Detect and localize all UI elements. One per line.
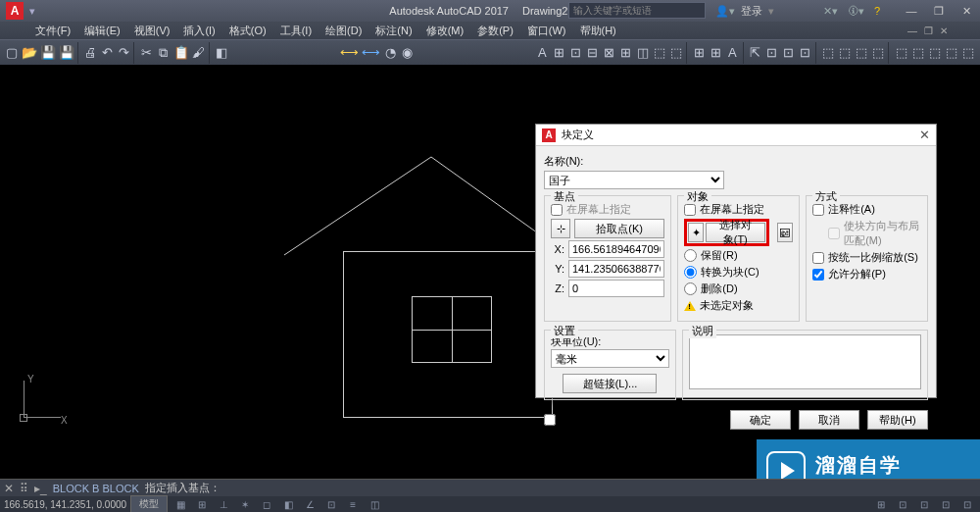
new-icon[interactable]: ▢	[4, 42, 20, 64]
allow-explode-check[interactable]	[812, 269, 824, 281]
search-input[interactable]: 输入关键字或短语	[568, 2, 706, 19]
pick-point-button[interactable]: 拾取点(K)	[574, 219, 664, 238]
copy-icon[interactable]: ⧉	[156, 42, 172, 64]
doc-close-icon[interactable]: ✕	[937, 24, 951, 37]
tool11-icon[interactable]: ◫	[635, 42, 651, 64]
convert-radio[interactable]	[684, 266, 697, 279]
status-osnap-icon[interactable]: ◻	[258, 497, 275, 511]
tool29-icon[interactable]: ⬚	[960, 42, 976, 64]
status-snap-icon[interactable]: ⊞	[193, 497, 211, 511]
tool23-icon[interactable]: ⬚	[854, 42, 869, 64]
tool14-icon[interactable]: ⊞	[691, 42, 707, 64]
status-grid-icon[interactable]: ▦	[172, 497, 189, 511]
tool5-icon[interactable]: ◉	[399, 42, 415, 64]
maximize-button[interactable]: ❐	[925, 0, 953, 22]
menu-format[interactable]: 格式(O)	[223, 24, 272, 38]
hyperlink-button[interactable]: 超链接(L)...	[563, 374, 657, 393]
saveas-icon[interactable]: 💾	[58, 42, 75, 64]
base-onscreen-check[interactable]	[551, 204, 563, 216]
tool19-icon[interactable]: ⊡	[781, 42, 797, 64]
status-r4-icon[interactable]: ⊡	[937, 497, 955, 511]
dim-icon[interactable]: ⟷	[339, 42, 360, 64]
menu-file[interactable]: 文件(F)	[29, 24, 76, 38]
pick-point-icon-button[interactable]: ⊹	[551, 219, 570, 238]
select-objects-button[interactable]: 选择对象(T)	[706, 223, 765, 242]
paste-icon[interactable]: 📋	[172, 42, 190, 64]
match-icon[interactable]: 🖌	[191, 42, 207, 64]
measure-icon[interactable]: ◔	[382, 42, 398, 64]
cut-icon[interactable]: ✂	[139, 42, 155, 64]
base-y-input[interactable]	[568, 260, 664, 278]
base-z-input[interactable]	[568, 280, 664, 297]
tool27-icon[interactable]: ⬚	[927, 42, 943, 64]
open-in-editor-check[interactable]	[544, 414, 556, 426]
status-dyn-icon[interactable]: ⊡	[322, 497, 340, 511]
tool12-icon[interactable]: ⬚	[652, 42, 667, 64]
dialog-titlebar[interactable]: A 块定义 ✕	[536, 125, 936, 146]
exchange-icon[interactable]: ✕▾	[823, 5, 838, 18]
doc-min-icon[interactable]: —	[906, 24, 919, 37]
tool16-icon[interactable]: A	[724, 42, 740, 64]
uniform-scale-check[interactable]	[812, 252, 824, 264]
qat-icon[interactable]: ▾	[29, 5, 35, 18]
menu-params[interactable]: 参数(P)	[471, 24, 519, 38]
quick-select-button[interactable]: 🗟	[777, 223, 793, 242]
app-store-icon[interactable]: 🛈▾	[848, 5, 864, 18]
doc-restore-icon[interactable]: ❐	[921, 24, 935, 37]
tool7-icon[interactable]: ⊡	[567, 42, 583, 64]
select-objects-icon-button[interactable]: ✦	[688, 223, 703, 242]
menu-help[interactable]: 帮助(H)	[574, 24, 622, 38]
plot-icon[interactable]: 🖨	[82, 42, 98, 64]
cmd-handle-icon[interactable]: ⠿	[20, 482, 28, 495]
help-button[interactable]: 帮助(H)	[867, 410, 928, 430]
tool28-icon[interactable]: ⬚	[944, 42, 959, 64]
name-select[interactable]: 国子	[544, 171, 724, 189]
menu-insert[interactable]: 插入(I)	[177, 24, 220, 38]
cmd-close-icon[interactable]: ✕	[4, 482, 14, 495]
menu-modify[interactable]: 修改(M)	[420, 24, 470, 38]
tool22-icon[interactable]: ⬚	[837, 42, 853, 64]
tool-icon[interactable]: ◧	[214, 42, 229, 64]
dim2-icon[interactable]: ⟷	[361, 42, 381, 64]
status-3dsnap-icon[interactable]: ◧	[279, 497, 297, 511]
status-lwt-icon[interactable]: ≡	[344, 497, 362, 511]
block-unit-select[interactable]: 毫米	[551, 349, 669, 368]
menu-tools[interactable]: 工具(I)	[274, 24, 318, 38]
save-icon[interactable]: 💾	[39, 42, 57, 64]
undo-icon[interactable]: ↶	[99, 42, 115, 64]
redo-icon[interactable]: ↷	[116, 42, 131, 64]
status-r3-icon[interactable]: ⊡	[915, 497, 933, 511]
dialog-close-button[interactable]: ✕	[919, 128, 930, 142]
tool25-icon[interactable]: ⬚	[894, 42, 909, 64]
tool6-icon[interactable]: ⊞	[551, 42, 566, 64]
user-icon[interactable]: 👤▾	[715, 5, 735, 18]
status-trans-icon[interactable]: ◫	[366, 497, 383, 511]
app-logo-icon[interactable]: A	[6, 2, 24, 20]
status-ortho-icon[interactable]: ⊥	[215, 497, 232, 511]
a-icon[interactable]: A	[534, 42, 550, 64]
tool21-icon[interactable]: ⬚	[820, 42, 836, 64]
status-r5-icon[interactable]: ⊡	[958, 497, 976, 511]
model-tab[interactable]: 模型	[130, 495, 168, 512]
tool18-icon[interactable]: ⊡	[764, 42, 780, 64]
delete-radio[interactable]	[684, 282, 697, 295]
obj-onscreen-check[interactable]	[684, 204, 696, 216]
help-icon[interactable]: ?	[874, 5, 880, 17]
login-link[interactable]: 登录	[741, 4, 762, 19]
keep-radio[interactable]	[684, 249, 697, 262]
cancel-button[interactable]: 取消	[799, 410, 859, 430]
ok-button[interactable]: 确定	[730, 410, 791, 430]
status-r2-icon[interactable]: ⊡	[894, 497, 911, 511]
command-line[interactable]: ✕ ⠿ ▸_ BLOCK B BLOCK 指定插入基点：	[0, 479, 980, 496]
menu-dimension[interactable]: 标注(N)	[369, 24, 417, 38]
base-x-input[interactable]	[568, 240, 664, 258]
tool24-icon[interactable]: ⬚	[870, 42, 886, 64]
status-r1-icon[interactable]: ⊞	[872, 497, 890, 511]
description-textarea[interactable]	[689, 334, 921, 389]
menu-view[interactable]: 视图(V)	[128, 24, 176, 38]
annotative-check[interactable]	[812, 204, 824, 216]
status-polar-icon[interactable]: ✶	[236, 497, 254, 511]
close-button[interactable]: ✕	[953, 0, 980, 22]
status-otrack-icon[interactable]: ∠	[301, 497, 318, 511]
tool15-icon[interactable]: ⊞	[708, 42, 723, 64]
